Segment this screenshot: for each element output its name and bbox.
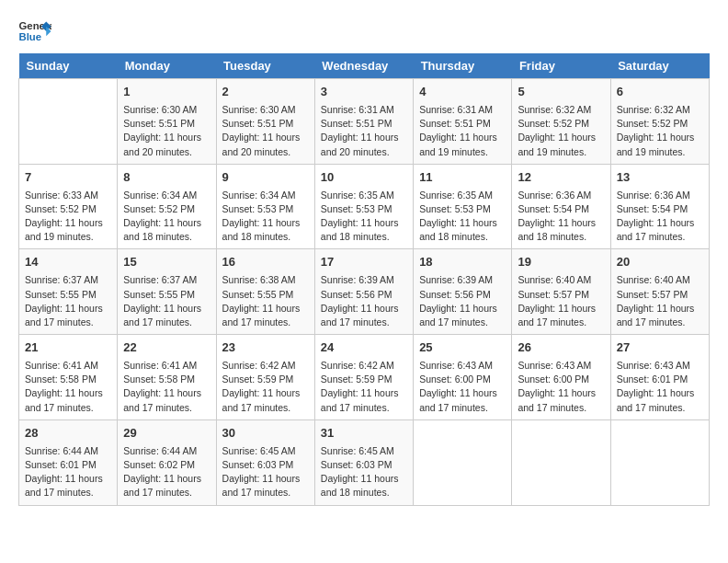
header-cell-saturday: Saturday	[610, 53, 709, 79]
day-info: Sunrise: 6:34 AM Sunset: 5:53 PM Dayligh…	[222, 189, 309, 245]
header-cell-tuesday: Tuesday	[216, 53, 314, 79]
calendar-cell: 22Sunrise: 6:41 AM Sunset: 5:58 PM Dayli…	[118, 335, 216, 420]
calendar-cell	[19, 79, 118, 165]
day-number: 2	[222, 84, 309, 101]
calendar-body: 1Sunrise: 6:30 AM Sunset: 5:51 PM Daylig…	[19, 79, 710, 506]
day-number: 15	[123, 254, 210, 271]
day-number: 14	[25, 254, 111, 271]
header-cell-wednesday: Wednesday	[314, 53, 413, 79]
calendar-cell: 20Sunrise: 6:40 AM Sunset: 5:57 PM Dayli…	[610, 249, 709, 335]
calendar-cell: 6Sunrise: 6:32 AM Sunset: 5:52 PM Daylig…	[610, 79, 709, 165]
calendar-week-2: 7Sunrise: 6:33 AM Sunset: 5:52 PM Daylig…	[19, 164, 710, 249]
day-info: Sunrise: 6:32 AM Sunset: 5:52 PM Dayligh…	[617, 103, 703, 159]
day-number: 17	[321, 254, 407, 271]
day-info: Sunrise: 6:44 AM Sunset: 6:01 PM Dayligh…	[25, 444, 111, 500]
calendar-cell	[610, 419, 709, 505]
page-header: General Blue	[18, 18, 710, 44]
day-info: Sunrise: 6:40 AM Sunset: 5:57 PM Dayligh…	[617, 273, 703, 329]
header-cell-sunday: Sunday	[19, 53, 118, 79]
calendar-cell: 18Sunrise: 6:39 AM Sunset: 5:56 PM Dayli…	[414, 249, 512, 335]
calendar-cell: 2Sunrise: 6:30 AM Sunset: 5:51 PM Daylig…	[216, 79, 314, 165]
day-info: Sunrise: 6:36 AM Sunset: 5:54 PM Dayligh…	[617, 189, 703, 245]
day-number: 8	[123, 169, 210, 187]
day-info: Sunrise: 6:37 AM Sunset: 5:55 PM Dayligh…	[25, 273, 111, 329]
day-number: 25	[419, 339, 506, 357]
day-info: Sunrise: 6:45 AM Sunset: 6:03 PM Dayligh…	[321, 444, 407, 500]
calendar-week-1: 1Sunrise: 6:30 AM Sunset: 5:51 PM Daylig…	[19, 79, 710, 165]
header-cell-monday: Monday	[118, 53, 216, 79]
day-number: 10	[321, 169, 407, 187]
day-info: Sunrise: 6:35 AM Sunset: 5:53 PM Dayligh…	[419, 189, 506, 245]
calendar-cell: 28Sunrise: 6:44 AM Sunset: 6:01 PM Dayli…	[19, 419, 118, 505]
calendar-cell	[414, 419, 512, 505]
calendar-cell: 21Sunrise: 6:41 AM Sunset: 5:58 PM Dayli…	[19, 335, 118, 420]
day-number: 11	[419, 169, 506, 187]
day-info: Sunrise: 6:43 AM Sunset: 6:00 PM Dayligh…	[518, 359, 604, 415]
calendar-table: SundayMondayTuesdayWednesdayThursdayFrid…	[18, 53, 710, 506]
day-info: Sunrise: 6:41 AM Sunset: 5:58 PM Dayligh…	[25, 359, 111, 415]
day-info: Sunrise: 6:39 AM Sunset: 5:56 PM Dayligh…	[419, 273, 506, 329]
day-number: 1	[123, 84, 210, 101]
calendar-cell: 11Sunrise: 6:35 AM Sunset: 5:53 PM Dayli…	[414, 164, 512, 249]
calendar-cell: 14Sunrise: 6:37 AM Sunset: 5:55 PM Dayli…	[19, 249, 118, 335]
calendar-cell: 13Sunrise: 6:36 AM Sunset: 5:54 PM Dayli…	[610, 164, 709, 249]
day-number: 28	[25, 425, 111, 442]
day-info: Sunrise: 6:37 AM Sunset: 5:55 PM Dayligh…	[123, 273, 210, 329]
day-number: 20	[617, 254, 703, 271]
calendar-cell: 1Sunrise: 6:30 AM Sunset: 5:51 PM Daylig…	[118, 79, 216, 165]
day-info: Sunrise: 6:38 AM Sunset: 5:55 PM Dayligh…	[222, 273, 309, 329]
header-cell-friday: Friday	[512, 53, 610, 79]
calendar-cell: 8Sunrise: 6:34 AM Sunset: 5:52 PM Daylig…	[118, 164, 216, 249]
calendar-cell: 24Sunrise: 6:42 AM Sunset: 5:59 PM Dayli…	[314, 335, 413, 420]
day-info: Sunrise: 6:43 AM Sunset: 6:01 PM Dayligh…	[617, 359, 703, 415]
calendar-header: SundayMondayTuesdayWednesdayThursdayFrid…	[19, 53, 710, 79]
logo-icon: General Blue	[18, 18, 51, 44]
calendar-cell: 16Sunrise: 6:38 AM Sunset: 5:55 PM Dayli…	[216, 249, 314, 335]
day-number: 24	[321, 339, 407, 357]
day-info: Sunrise: 6:44 AM Sunset: 6:02 PM Dayligh…	[123, 444, 210, 500]
day-info: Sunrise: 6:35 AM Sunset: 5:53 PM Dayligh…	[321, 189, 407, 245]
calendar-cell: 31Sunrise: 6:45 AM Sunset: 6:03 PM Dayli…	[314, 419, 413, 505]
calendar-cell: 30Sunrise: 6:45 AM Sunset: 6:03 PM Dayli…	[216, 419, 314, 505]
day-number: 21	[25, 339, 111, 357]
day-number: 30	[222, 425, 309, 442]
day-info: Sunrise: 6:42 AM Sunset: 5:59 PM Dayligh…	[222, 359, 309, 415]
day-number: 26	[518, 339, 604, 357]
day-info: Sunrise: 6:32 AM Sunset: 5:52 PM Dayligh…	[518, 103, 604, 159]
day-number: 27	[617, 339, 703, 357]
day-info: Sunrise: 6:30 AM Sunset: 5:51 PM Dayligh…	[123, 103, 210, 159]
calendar-cell: 4Sunrise: 6:31 AM Sunset: 5:51 PM Daylig…	[414, 79, 512, 165]
day-info: Sunrise: 6:45 AM Sunset: 6:03 PM Dayligh…	[222, 444, 309, 500]
day-info: Sunrise: 6:36 AM Sunset: 5:54 PM Dayligh…	[518, 189, 604, 245]
calendar-week-3: 14Sunrise: 6:37 AM Sunset: 5:55 PM Dayli…	[19, 249, 710, 335]
calendar-cell: 17Sunrise: 6:39 AM Sunset: 5:56 PM Dayli…	[314, 249, 413, 335]
calendar-cell: 19Sunrise: 6:40 AM Sunset: 5:57 PM Dayli…	[512, 249, 610, 335]
calendar-cell: 23Sunrise: 6:42 AM Sunset: 5:59 PM Dayli…	[216, 335, 314, 420]
header-row: SundayMondayTuesdayWednesdayThursdayFrid…	[19, 53, 710, 79]
day-info: Sunrise: 6:40 AM Sunset: 5:57 PM Dayligh…	[518, 273, 604, 329]
day-number: 18	[419, 254, 506, 271]
day-info: Sunrise: 6:30 AM Sunset: 5:51 PM Dayligh…	[222, 103, 309, 159]
day-number: 19	[518, 254, 604, 271]
day-info: Sunrise: 6:31 AM Sunset: 5:51 PM Dayligh…	[419, 103, 506, 159]
day-number: 4	[419, 84, 506, 101]
header-cell-thursday: Thursday	[414, 53, 512, 79]
day-info: Sunrise: 6:33 AM Sunset: 5:52 PM Dayligh…	[25, 189, 111, 245]
day-number: 5	[518, 84, 604, 101]
calendar-cell: 29Sunrise: 6:44 AM Sunset: 6:02 PM Dayli…	[118, 419, 216, 505]
calendar-week-5: 28Sunrise: 6:44 AM Sunset: 6:01 PM Dayli…	[19, 419, 710, 505]
logo: General Blue	[18, 18, 51, 44]
day-info: Sunrise: 6:42 AM Sunset: 5:59 PM Dayligh…	[321, 359, 407, 415]
calendar-cell: 9Sunrise: 6:34 AM Sunset: 5:53 PM Daylig…	[216, 164, 314, 249]
day-info: Sunrise: 6:39 AM Sunset: 5:56 PM Dayligh…	[321, 273, 407, 329]
day-number: 16	[222, 254, 309, 271]
day-number: 12	[518, 169, 604, 187]
day-number: 29	[123, 425, 210, 442]
day-info: Sunrise: 6:31 AM Sunset: 5:51 PM Dayligh…	[321, 103, 407, 159]
day-number: 31	[321, 425, 407, 442]
day-number: 6	[617, 84, 703, 101]
calendar-cell: 5Sunrise: 6:32 AM Sunset: 5:52 PM Daylig…	[512, 79, 610, 165]
calendar-cell: 25Sunrise: 6:43 AM Sunset: 6:00 PM Dayli…	[414, 335, 512, 420]
day-number: 22	[123, 339, 210, 357]
calendar-cell: 12Sunrise: 6:36 AM Sunset: 5:54 PM Dayli…	[512, 164, 610, 249]
